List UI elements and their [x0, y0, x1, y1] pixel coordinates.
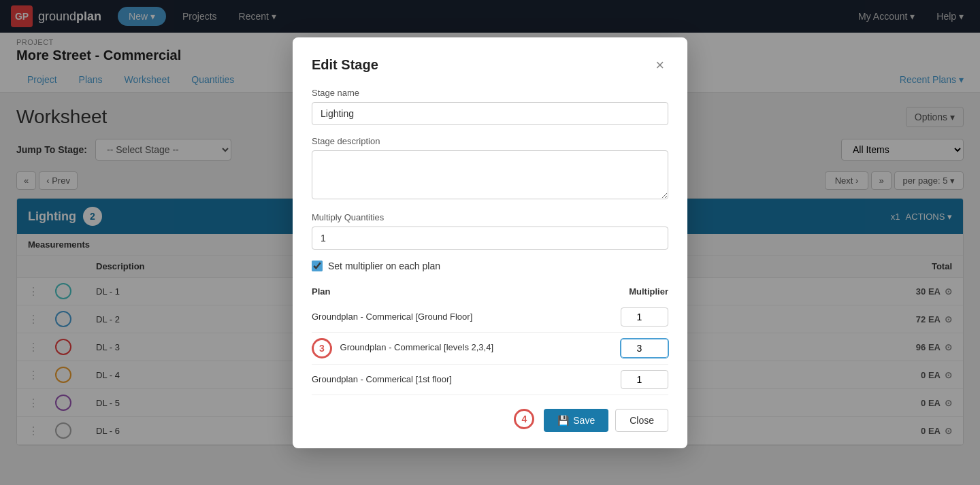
multiplier-cell-1: [594, 307, 668, 327]
step3-badge: 3: [312, 338, 332, 358]
save-icon: 💾: [557, 415, 569, 426]
multiplier-cell-3: [594, 370, 668, 389]
plan-row-2: 3 Groundplan - Commerical [levels 2,3,4]: [312, 332, 668, 364]
step4-badge: 4: [514, 409, 534, 429]
checkbox-row: Set multiplier on each plan: [312, 261, 668, 271]
stage-desc-group: Stage description: [312, 136, 668, 201]
plan-row-1: Groundplan - Commerical [Ground Floor]: [312, 302, 668, 333]
stage-name-input[interactable]: [312, 102, 668, 125]
plan-name-2: 3 Groundplan - Commerical [levels 2,3,4]: [312, 332, 594, 364]
checkbox-label: Set multiplier on each plan: [328, 261, 440, 271]
multiply-group: Multiply Quantities: [312, 212, 668, 250]
multiply-input[interactable]: [312, 227, 668, 250]
multiplier-col-header: Multiplier: [594, 282, 668, 302]
modal-header: Edit Stage ×: [312, 56, 668, 74]
save-label: Save: [573, 415, 595, 426]
close-modal-button[interactable]: Close: [615, 409, 668, 432]
stage-name-group: Stage name: [312, 88, 668, 125]
modal-close-button[interactable]: ×: [651, 56, 668, 74]
multiplier-input-2[interactable]: [621, 339, 668, 358]
set-multiplier-checkbox[interactable]: [312, 261, 323, 271]
multiplier-input-1[interactable]: [621, 307, 668, 327]
plan-col-header: Plan: [312, 282, 594, 302]
multiply-label: Multiply Quantities: [312, 212, 668, 222]
multiplier-cell-2: [594, 339, 668, 358]
multiplier-input-3[interactable]: [621, 370, 668, 389]
plan-table: Plan Multiplier Groundplan - Commerical …: [312, 282, 668, 395]
plan-row-3: Groundplan - Commerical [1st floor]: [312, 364, 668, 395]
stage-name-label: Stage name: [312, 88, 668, 98]
modal-footer: 4 💾 Save Close: [312, 409, 668, 432]
modal-overlay[interactable]: Edit Stage × Stage name Stage descriptio…: [0, 0, 980, 459]
modal-title: Edit Stage: [312, 57, 378, 73]
stage-desc-label: Stage description: [312, 136, 668, 146]
edit-stage-modal: Edit Stage × Stage name Stage descriptio…: [293, 37, 687, 448]
stage-desc-input[interactable]: [312, 150, 668, 199]
save-button[interactable]: 💾 Save: [544, 409, 608, 432]
plan-name-1: Groundplan - Commerical [Ground Floor]: [312, 302, 594, 333]
plan-name-3: Groundplan - Commerical [1st floor]: [312, 364, 594, 395]
